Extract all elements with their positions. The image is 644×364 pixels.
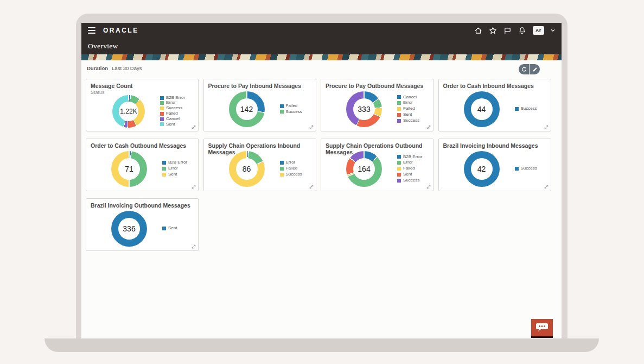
oracle-logo[interactable]: ORACLE <box>103 27 139 34</box>
legend-swatch <box>397 113 401 117</box>
donut-center-value: 336 <box>123 224 135 233</box>
chart-legend: ErrorFailedSuccess <box>280 160 302 177</box>
legend-item: Error <box>280 160 302 165</box>
legend-item: Success <box>515 166 537 171</box>
donut-chart[interactable]: 71 <box>111 151 147 187</box>
star-icon[interactable] <box>489 27 497 35</box>
legend-label: B2B Error <box>166 96 185 101</box>
legend-item: Cancel <box>160 117 185 122</box>
expand-icon[interactable] <box>544 185 549 189</box>
flag-icon[interactable] <box>503 27 512 35</box>
legend-item: B2B Error <box>160 96 185 101</box>
legend-swatch <box>397 95 401 99</box>
donut-center-value: 1.22K <box>120 108 137 115</box>
dashboard-card: Supply Chain Operations Inbound Messages… <box>203 139 316 191</box>
card-body: 71B2B ErrorErrorSent <box>91 149 194 189</box>
donut-chart[interactable]: 44 <box>464 91 500 127</box>
card-title: Order to Cash Outbound Messages <box>91 142 194 149</box>
expand-icon[interactable] <box>426 185 431 189</box>
legend-label: Sent <box>168 172 177 177</box>
legend-label: Sent <box>166 122 175 127</box>
page-title: Overview <box>88 42 118 51</box>
legend-label: Failed <box>403 166 415 171</box>
home-icon[interactable] <box>474 27 482 35</box>
dashboard-card: Order to Cash Inbound Messages44Success <box>438 79 551 131</box>
donut-chart[interactable]: 336 <box>111 211 147 247</box>
donut-chart[interactable]: 42 <box>464 151 500 187</box>
user-avatar[interactable]: AY <box>533 26 544 35</box>
card-body: 1.22KB2B ErrorErrorSuccessFailedCancelSe… <box>91 93 194 129</box>
expand-icon[interactable] <box>192 244 196 249</box>
expand-icon[interactable] <box>309 125 314 129</box>
legend-swatch <box>397 173 401 177</box>
hamburger-icon[interactable] <box>88 27 95 34</box>
header-actions: AY <box>474 26 555 35</box>
expand-icon[interactable] <box>426 125 431 129</box>
duration-filter: DurationLast 30 Days <box>87 65 142 71</box>
donut-hole: 71 <box>118 158 140 180</box>
card-body: 164B2B ErrorErrorFailedSentSuccess <box>326 149 429 189</box>
donut-hole: 336 <box>118 218 140 240</box>
card-body: 86ErrorFailedSuccess <box>208 149 311 189</box>
legend-item: Cancel <box>397 95 419 100</box>
donut-chart[interactable]: 1.22K <box>112 95 145 128</box>
bell-icon[interactable] <box>518 27 526 35</box>
expand-icon[interactable] <box>309 185 314 189</box>
legend-swatch <box>515 107 519 111</box>
edit-button[interactable] <box>530 64 540 74</box>
expand-icon[interactable] <box>544 125 549 129</box>
legend-item: Failed <box>280 104 302 109</box>
legend-item: Success <box>160 106 185 111</box>
legend-swatch <box>397 155 401 159</box>
legend-item: Sent <box>397 172 422 177</box>
legend-label: Success <box>403 118 419 123</box>
legend-item: Success <box>515 106 537 111</box>
chart-legend: FailedSuccess <box>280 104 302 115</box>
app-header: ORACLE AY <box>81 23 562 38</box>
refresh-button[interactable] <box>519 64 529 74</box>
legend-label: Success <box>521 166 537 171</box>
chart-legend: Success <box>515 166 537 171</box>
donut-hole: 1.22K <box>119 102 138 121</box>
legend-label: Error <box>166 101 176 105</box>
legend-item: Sent <box>162 172 187 177</box>
laptop-base <box>44 338 599 352</box>
card-title: Brazil Invoicing Outbound Messages <box>91 202 194 209</box>
legend-swatch <box>397 161 401 165</box>
donut-center-value: 44 <box>477 105 486 114</box>
donut-chart[interactable]: 86 <box>229 151 265 187</box>
legend-item: Failed <box>397 166 422 171</box>
expand-icon[interactable] <box>192 185 196 189</box>
donut-center-value: 333 <box>358 105 370 114</box>
legend-swatch <box>280 110 284 114</box>
banner-pattern <box>81 54 562 60</box>
legend-label: B2B Error <box>403 155 422 160</box>
app-screen: ORACLE AY Overview DurationLast 30 D <box>81 23 562 338</box>
legend-swatch <box>162 173 166 177</box>
chart-legend: B2B ErrorErrorSuccessFailedCancelSent <box>160 96 185 127</box>
legend-label: Sent <box>403 112 412 117</box>
chat-feedback-button[interactable] <box>531 319 553 338</box>
donut-hole: 44 <box>471 98 493 120</box>
legend-item: B2B Error <box>162 160 187 165</box>
chart-legend: B2B ErrorErrorFailedSentSuccess <box>397 155 422 183</box>
expand-icon[interactable] <box>192 125 196 129</box>
legend-swatch <box>280 173 284 177</box>
legend-item: Success <box>280 172 302 177</box>
card-title: Message Count <box>91 83 194 89</box>
duration-value[interactable]: Last 30 Days <box>112 65 142 71</box>
donut-center-value: 164 <box>358 165 370 173</box>
legend-swatch <box>397 119 401 123</box>
legend-swatch <box>280 167 284 171</box>
dashboard-card: Supply Chain Operations Outbound Message… <box>321 139 433 191</box>
legend-swatch <box>515 167 519 171</box>
legend-item: Sent <box>397 112 419 117</box>
legend-item: Error <box>160 101 185 105</box>
donut-chart[interactable]: 142 <box>229 91 265 127</box>
chevron-down-icon[interactable] <box>551 28 555 33</box>
donut-center-value: 86 <box>243 165 251 173</box>
donut-chart[interactable]: 164 <box>346 151 382 187</box>
donut-chart[interactable]: 333 <box>346 91 382 127</box>
donut-center-value: 142 <box>240 105 253 114</box>
legend-item: Error <box>162 166 187 171</box>
